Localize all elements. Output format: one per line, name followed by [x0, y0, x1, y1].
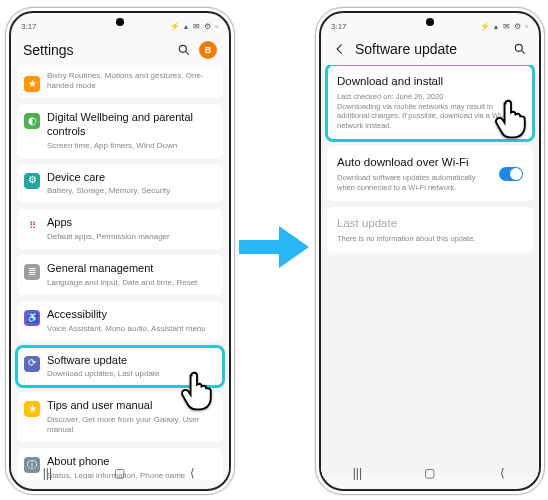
item-title: Tips and user manual	[47, 399, 215, 413]
home-button[interactable]: ▢	[113, 466, 127, 480]
settings-item-advanced[interactable]: ★ Bixby Routines, Motions and gestures, …	[17, 67, 223, 98]
settings-item-apps[interactable]: ⠿ Apps Default apps, Permission manager	[17, 209, 223, 249]
status-time: 3:17	[331, 22, 347, 31]
status-icons: ⚡ ▴ ✉ ⚙ ▫	[480, 22, 529, 31]
back-icon[interactable]	[333, 42, 347, 56]
apps-icon: ⠿	[24, 218, 40, 234]
update-icon: ⟳	[24, 356, 40, 372]
download-install-item[interactable]: Download and install Last checked on: Ju…	[327, 65, 533, 140]
item-title: Digital Wellbeing and parental controls	[47, 111, 215, 139]
item-subtitle: Last checked on: June 26, 2020 Downloadi…	[337, 92, 523, 131]
flow-arrow-icon	[239, 224, 309, 270]
item-subtitle: Language and input, Date and time, Reset	[47, 278, 215, 288]
item-subtitle: Bixby Routines, Motions and gestures, On…	[47, 71, 215, 91]
wellbeing-icon: ◐	[24, 113, 40, 129]
page-title: Software update	[355, 41, 505, 57]
item-title: Auto download over Wi-Fi	[337, 155, 523, 170]
update-header: Software update	[321, 35, 539, 65]
item-subtitle: Screen time, App timers, Wind Down	[47, 141, 215, 151]
svg-point-2	[515, 44, 522, 51]
settings-item-device-care[interactable]: ⚙ Device care Battery, Storage, Memory, …	[17, 164, 223, 204]
auto-download-item[interactable]: Auto download over Wi-Fi Download softwa…	[327, 146, 533, 201]
settings-item-general[interactable]: ≣ General management Language and input,…	[17, 255, 223, 295]
recents-button[interactable]: |||	[40, 466, 54, 480]
item-subtitle: Discover, Get more from your Galaxy, Use…	[47, 415, 215, 435]
item-subtitle: Battery, Storage, Memory, Security	[47, 186, 215, 196]
item-title: Accessibility	[47, 308, 215, 322]
auto-download-toggle[interactable]	[499, 167, 523, 181]
nav-bar: ||| ▢ ⟨	[321, 461, 539, 485]
svg-line-1	[185, 51, 188, 54]
settings-header: Settings B	[11, 35, 229, 67]
item-subtitle: Download updates, Last update	[47, 369, 215, 379]
last-update-item: Last update There is no information abou…	[327, 207, 533, 253]
settings-list[interactable]: ★ Bixby Routines, Motions and gestures, …	[11, 67, 229, 479]
settings-item-wellbeing[interactable]: ◐ Digital Wellbeing and parental control…	[17, 104, 223, 158]
star-icon: ★	[24, 76, 40, 92]
settings-item-software-update[interactable]: ⟳ Software update Download updates, Last…	[17, 347, 223, 387]
svg-point-0	[179, 45, 186, 52]
nav-bar: ||| ▢ ⟨	[11, 461, 229, 485]
item-subtitle: There is no information about this updat…	[337, 234, 523, 244]
profile-avatar[interactable]: B	[199, 41, 217, 59]
item-subtitle: Default apps, Permission manager	[47, 232, 215, 242]
back-button[interactable]: ⟨	[186, 466, 200, 480]
recents-button[interactable]: |||	[350, 466, 364, 480]
item-subtitle: Voice Assistant, Mono audio, Assistant m…	[47, 324, 215, 334]
device-care-icon: ⚙	[24, 173, 40, 189]
home-button[interactable]: ▢	[423, 466, 437, 480]
back-button[interactable]: ⟨	[496, 466, 510, 480]
item-title: Device care	[47, 171, 215, 185]
update-list: Download and install Last checked on: Ju…	[321, 65, 539, 477]
item-title: Apps	[47, 216, 215, 230]
search-icon[interactable]	[513, 42, 527, 56]
settings-phone: 3:17 ⚡ ▴ ✉ ⚙ ▫ Settings B ★ Bixby Routin…	[5, 7, 235, 495]
status-icons: ⚡ ▴ ✉ ⚙ ▫	[170, 22, 219, 31]
search-icon[interactable]	[177, 43, 191, 57]
software-update-phone: 3:17 ⚡ ▴ ✉ ⚙ ▫ Software update Download …	[315, 7, 545, 495]
accessibility-icon: ♿	[24, 310, 40, 326]
item-subtitle: Download software updates automatically …	[337, 173, 523, 193]
status-time: 3:17	[21, 22, 37, 31]
page-title: Settings	[23, 42, 169, 58]
camera-notch	[426, 18, 434, 26]
svg-line-3	[521, 50, 524, 53]
item-title: Download and install	[337, 74, 523, 89]
item-title: General management	[47, 262, 215, 276]
general-icon: ≣	[24, 264, 40, 280]
camera-notch	[116, 18, 124, 26]
item-title: Last update	[337, 216, 523, 231]
tips-icon: ★	[24, 401, 40, 417]
settings-item-tips[interactable]: ★ Tips and user manual Discover, Get mor…	[17, 392, 223, 442]
item-title: Software update	[47, 354, 215, 368]
settings-item-accessibility[interactable]: ♿ Accessibility Voice Assistant, Mono au…	[17, 301, 223, 341]
